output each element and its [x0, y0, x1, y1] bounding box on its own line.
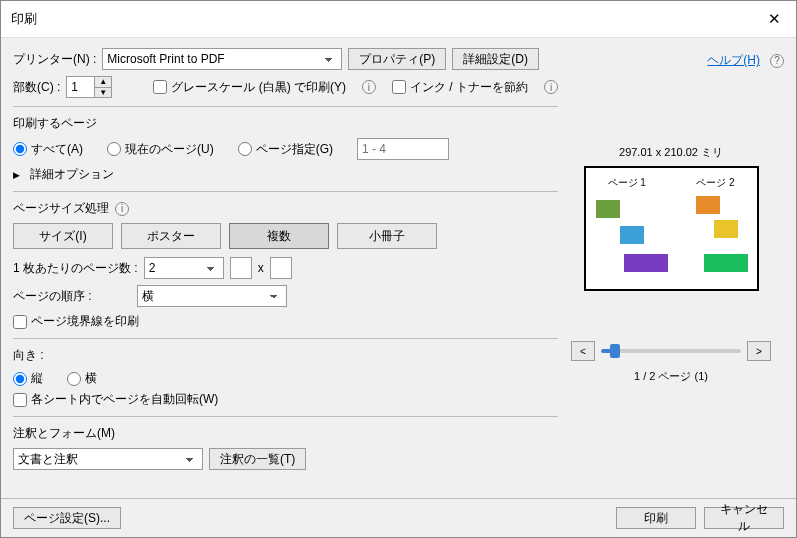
tab-size[interactable]: サイズ(I) [13, 223, 113, 249]
info-icon[interactable]: i [362, 80, 376, 94]
printer-label: プリンター(N) : [13, 51, 96, 68]
page-setup-button[interactable]: ページ設定(S)... [13, 507, 121, 529]
next-page-button[interactable]: > [747, 341, 771, 361]
order-label: ページの順序 : [13, 288, 131, 305]
info-icon[interactable]: i [544, 80, 558, 94]
border-checkbox[interactable]: ページ境界線を印刷 [13, 313, 558, 330]
copies-spinner[interactable]: ▲ ▼ [66, 76, 112, 98]
preview-shape [696, 196, 720, 214]
advanced-options-toggle[interactable]: ▶ 詳細オプション [13, 166, 558, 183]
order-select[interactable]: 横 [137, 285, 287, 307]
help-link[interactable]: ヘルプ(H) [707, 52, 760, 69]
preview-shape [714, 220, 738, 238]
print-button[interactable]: 印刷 [616, 507, 696, 529]
preview-shape [620, 226, 644, 244]
prev-page-button[interactable]: < [571, 341, 595, 361]
landscape-radio[interactable]: 横 [67, 370, 97, 387]
preview-page2-label: ページ 2 [696, 176, 734, 190]
info-icon[interactable]: i [115, 202, 129, 216]
rows-box[interactable] [270, 257, 292, 279]
comments-summary-button[interactable]: 注釈の一覧(T) [209, 448, 306, 470]
preview-box: ページ 1 ページ 2 [584, 166, 759, 291]
copies-up[interactable]: ▲ [95, 77, 111, 88]
copies-down[interactable]: ▼ [95, 88, 111, 98]
dialog-title: 印刷 [11, 10, 37, 28]
pps-label: 1 枚あたりのページ数 : [13, 260, 138, 277]
pages-range-input[interactable] [357, 138, 449, 160]
page-slider[interactable] [601, 349, 741, 353]
pages-title: 印刷するページ [13, 115, 558, 132]
preview-page1-label: ページ 1 [608, 176, 646, 190]
sizing-title: ページサイズ処理 [13, 200, 109, 217]
advanced-button[interactable]: 詳細設定(D) [452, 48, 539, 70]
pages-range-radio[interactable]: ページ指定(G) [238, 141, 333, 158]
close-button[interactable]: ✕ [762, 7, 786, 31]
properties-button[interactable]: プロパティ(P) [348, 48, 446, 70]
auto-rotate-checkbox[interactable]: 各シート内でページを自動回転(W) [13, 391, 558, 408]
tab-multiple[interactable]: 複数 [229, 223, 329, 249]
preview-shape [624, 254, 668, 272]
pages-section: 印刷するページ すべて(A) 現在のページ(U) ページ指定(G) ▶ 詳細オプ… [13, 106, 558, 183]
pages-current-radio[interactable]: 現在のページ(U) [107, 141, 214, 158]
triangle-icon: ▶ [13, 170, 20, 180]
copies-input[interactable] [66, 76, 94, 98]
portrait-radio[interactable]: 縦 [13, 370, 43, 387]
sizing-section: ページサイズ処理 i サイズ(I) ポスター 複数 小冊子 1 枚あたりのページ… [13, 191, 558, 330]
pages-all-radio[interactable]: すべて(A) [13, 141, 83, 158]
pps-select[interactable]: 2 [144, 257, 224, 279]
preview-dimensions: 297.01 x 210.02 ミリ [619, 145, 723, 160]
tab-booklet[interactable]: 小冊子 [337, 223, 437, 249]
help-icon[interactable]: ? [770, 54, 784, 68]
orientation-section: 向き : 縦 横 各シート内でページを自動回転(W) [13, 338, 558, 408]
save-toner-checkbox[interactable]: インク / トナーを節約 [392, 79, 528, 96]
cols-box[interactable] [230, 257, 252, 279]
printer-select[interactable]: Microsoft Print to PDF [102, 48, 342, 70]
page-counter: 1 / 2 ページ (1) [634, 369, 708, 384]
cancel-button[interactable]: キャンセル [704, 507, 784, 529]
titlebar: 印刷 ✕ [1, 1, 796, 38]
preview-shape [596, 200, 620, 218]
slider-thumb[interactable] [610, 344, 620, 358]
tab-poster[interactable]: ポスター [121, 223, 221, 249]
copies-label: 部数(C) : [13, 79, 60, 96]
comments-select[interactable]: 文書と注釈 [13, 448, 203, 470]
grayscale-checkbox[interactable]: グレースケール (白黒) で印刷(Y) [153, 79, 346, 96]
print-dialog: 印刷 ✕ プリンター(N) : Microsoft Print to PDF プ… [0, 0, 797, 538]
comments-section: 注釈とフォーム(M) 文書と注釈 注釈の一覧(T) [13, 416, 558, 470]
preview-shape [704, 254, 748, 272]
orientation-title: 向き : [13, 347, 558, 364]
comments-title: 注釈とフォーム(M) [13, 425, 558, 442]
